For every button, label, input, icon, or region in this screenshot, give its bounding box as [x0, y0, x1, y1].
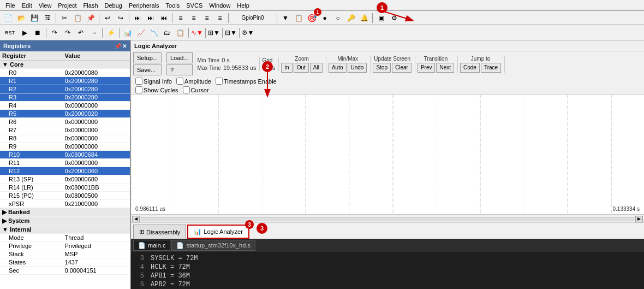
save-button[interactable]: Save...	[133, 64, 162, 75]
window-btn1[interactable]: ▣	[375, 12, 387, 24]
zoom-all-button[interactable]: All	[310, 63, 323, 73]
tab-logic-analyzer[interactable]: 📊 Logic Analyzer 3	[187, 225, 249, 239]
paste-btn[interactable]: 📌	[85, 12, 97, 24]
run-btn[interactable]: ▶	[19, 27, 31, 39]
new-btn[interactable]: 📄	[2, 12, 14, 24]
trace-button[interactable]: Trace	[481, 63, 501, 73]
view-btn1[interactable]: 📊	[122, 27, 134, 39]
table-row[interactable]: R40x00000000	[0, 102, 130, 110]
table-row[interactable]: R15 (PC)0x08000500	[0, 192, 130, 200]
copy2-btn[interactable]: 📋	[293, 12, 305, 24]
amplitude-checkbox-label[interactable]: Amplitude	[176, 78, 211, 85]
bp1-btn[interactable]: ⏭	[132, 12, 144, 24]
panel-close-icon[interactable]: ✕	[122, 43, 127, 49]
align1-btn[interactable]: ≡	[175, 12, 187, 24]
signal-info-checkbox-label[interactable]: Signal Info	[135, 78, 172, 85]
view-btn2[interactable]: 📈	[135, 27, 147, 39]
timestamps-checkbox[interactable]	[216, 78, 223, 85]
table-row[interactable]: R00x20000080	[0, 69, 130, 77]
signal-info-checkbox[interactable]	[135, 78, 142, 85]
zoom-out-button[interactable]: Out	[294, 63, 309, 73]
question-button[interactable]: ?	[166, 64, 193, 75]
save-btn[interactable]: 💾	[28, 12, 40, 24]
table-row[interactable]: R20x20000280	[0, 85, 130, 93]
save-all-btn[interactable]: 🖫	[41, 12, 53, 24]
settings-btn[interactable]: ⚙	[388, 12, 400, 24]
table-row[interactable]: R30x20000280	[0, 93, 130, 102]
align4-btn[interactable]: ≡	[214, 12, 226, 24]
wave-btn[interactable]: ∿▼	[191, 27, 203, 39]
horizontal-scrollbar[interactable]	[141, 217, 634, 221]
timestamps-checkbox-label[interactable]: Timestamps Enable	[216, 78, 277, 85]
debug-btn3[interactable]: 🔑	[345, 12, 357, 24]
code-tab-startup[interactable]: 📄 startup_stm32f10x_hd.s	[171, 240, 255, 251]
code-button[interactable]: Code	[460, 63, 480, 73]
code-tab-main[interactable]: 📄 main.c	[133, 240, 170, 251]
run-to-btn[interactable]: →	[88, 27, 100, 39]
align3-btn[interactable]: ≡	[201, 12, 213, 24]
prev-button[interactable]: Prev	[418, 63, 436, 73]
table-row[interactable]: R100x08000684	[0, 151, 130, 159]
menu-window[interactable]: Window	[206, 1, 234, 10]
menu-debug[interactable]: Debug	[102, 1, 126, 10]
table-row[interactable]: xPSR0x21000000	[0, 200, 130, 208]
panel-pin-icon[interactable]: 📌	[115, 43, 121, 49]
table-row[interactable]: R90x00000000	[0, 143, 130, 151]
target-btn[interactable]: 🎯 1	[306, 12, 318, 24]
undo-button[interactable]: Undo	[348, 63, 367, 73]
auto-button[interactable]: Auto	[329, 63, 347, 73]
stop-button[interactable]: Stop	[373, 63, 391, 73]
table-row[interactable]: R50x20000020	[0, 110, 130, 118]
view-btn3[interactable]: 📉	[148, 27, 160, 39]
step-out-btn[interactable]: ↶	[75, 27, 87, 39]
menu-peripherals[interactable]: Peripherals	[126, 1, 163, 10]
stop-dbg-btn[interactable]: ⏹	[32, 27, 44, 39]
menu-svcs[interactable]: SVCS	[183, 1, 206, 10]
instr-btn[interactable]: ⚡	[105, 27, 117, 39]
debug-btn4[interactable]: 🔔	[358, 12, 370, 24]
menu-tools[interactable]: Tools	[163, 1, 183, 10]
bp3-btn[interactable]: ⏮	[158, 12, 170, 24]
copy-btn[interactable]: 📋	[71, 12, 84, 24]
menu-edit[interactable]: Edit	[19, 1, 35, 10]
next-button[interactable]: Next	[436, 63, 454, 73]
table-row[interactable]: R10x20000280	[0, 77, 130, 85]
zoom-in-button[interactable]: In	[281, 63, 292, 73]
redo-btn[interactable]: ↪	[115, 12, 127, 24]
cursor-checkbox-label[interactable]: Cursor	[183, 86, 209, 93]
cursor-checkbox[interactable]	[183, 86, 190, 93]
amplitude-checkbox[interactable]	[176, 78, 183, 85]
dropdown1[interactable]: ▼	[279, 12, 291, 24]
table-row[interactable]: R60x00000000	[0, 118, 130, 126]
view-btn4[interactable]: 🗂	[161, 27, 173, 39]
bp2-btn[interactable]: ⏭	[145, 12, 157, 24]
grid-btn[interactable]: ⊟▼	[225, 27, 237, 39]
open-btn[interactable]: 📂	[15, 12, 27, 24]
setup-button[interactable]: Setup...	[133, 52, 162, 63]
table-row[interactable]: R13 (SP)0x00000680	[0, 175, 130, 184]
view-btn5[interactable]: 📋	[174, 27, 186, 39]
menu-file[interactable]: File	[2, 1, 19, 10]
table-row[interactable]: R80x00000000	[0, 134, 130, 143]
layout-btn[interactable]: ⊞▼	[208, 27, 220, 39]
cut-btn[interactable]: ✂	[58, 12, 70, 24]
step-over-btn[interactable]: ↷	[62, 27, 74, 39]
scroll-right-btn[interactable]: ▶	[635, 216, 643, 222]
show-cycles-checkbox[interactable]	[135, 86, 142, 93]
clear-button[interactable]: Clear	[392, 63, 412, 73]
menu-help[interactable]: Help	[234, 1, 253, 10]
scroll-left-btn[interactable]: ◀	[132, 216, 140, 222]
project-icon[interactable]: GpioPin0	[231, 12, 275, 24]
step-in-btn[interactable]: ↷	[49, 27, 61, 39]
tab-disassembly[interactable]: ⊞ Disassembly	[133, 225, 186, 239]
show-cycles-checkbox-label[interactable]: Show Cycles	[135, 86, 178, 93]
tools2-btn[interactable]: ⚙▼	[242, 27, 254, 39]
debug-btn2[interactable]: ○	[332, 12, 344, 24]
menu-flash[interactable]: Flash	[80, 1, 102, 10]
table-row[interactable]: R14 (LR)0x080001BB	[0, 184, 130, 192]
menu-project[interactable]: Project	[55, 1, 80, 10]
table-row[interactable]: R110x00000000	[0, 159, 130, 167]
reset-btn[interactable]: RST	[2, 27, 17, 39]
table-row[interactable]: R120x20000060	[0, 167, 130, 175]
table-row[interactable]: R70x00000000	[0, 126, 130, 134]
